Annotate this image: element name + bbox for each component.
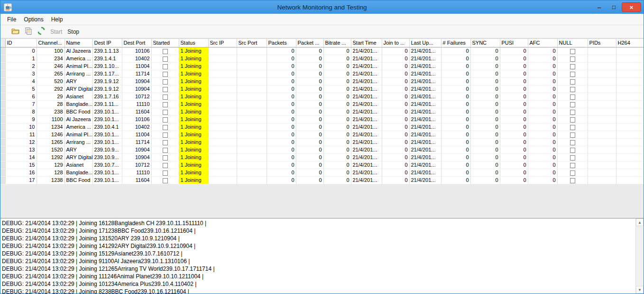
cell-dest-port[interactable]: 10402: [122, 55, 151, 63]
cell-null-flag[interactable]: [557, 101, 588, 108]
cell-h264[interactable]: [616, 101, 644, 108]
cell-sync[interactable]: 0: [470, 85, 500, 93]
cell-dest-port[interactable]: 11714: [122, 70, 151, 78]
cell-last-up[interactable]: 21/4/201...: [409, 131, 441, 139]
cell-channel[interactable]: 234: [37, 55, 64, 63]
started-checkbox[interactable]: [163, 102, 168, 107]
null-checkbox[interactable]: [570, 49, 575, 54]
cell-pids[interactable]: [588, 85, 616, 93]
cell-null-flag[interactable]: [557, 108, 588, 116]
cell-pusi[interactable]: 0: [500, 93, 528, 101]
started-checkbox[interactable]: [163, 178, 168, 183]
cell-pusi[interactable]: 0: [500, 123, 528, 131]
null-checkbox[interactable]: [570, 155, 575, 161]
cell-name[interactable]: Al Jazeera: [64, 47, 92, 55]
cell-started[interactable]: [151, 161, 179, 169]
column-header-name[interactable]: Name: [64, 39, 92, 47]
cell-join-to[interactable]: 0: [382, 169, 409, 177]
cell-pusi[interactable]: 0: [500, 47, 528, 55]
cell-start-time[interactable]: 21/4/201...: [351, 123, 382, 131]
menu-item-options[interactable]: Options: [20, 15, 47, 24]
cell-pids[interactable]: [588, 154, 616, 161]
cell-sync[interactable]: 0: [470, 123, 500, 131]
cell-bitrate[interactable]: 0: [323, 161, 351, 169]
cell-null-flag[interactable]: [557, 63, 588, 70]
cell-h264[interactable]: [616, 78, 644, 85]
close-button[interactable]: ×: [622, 2, 641, 12]
cell-join-to[interactable]: 0: [382, 101, 409, 108]
cell-src-port[interactable]: [237, 161, 267, 169]
cell-pids[interactable]: [588, 177, 616, 184]
cell-src-port[interactable]: [237, 154, 267, 161]
cell-sync[interactable]: 0: [470, 161, 500, 169]
cell-src-ip[interactable]: [208, 78, 237, 85]
cell-status[interactable]: 1 Joining: [179, 108, 208, 116]
cell-src-ip[interactable]: [208, 101, 237, 108]
cell-afc[interactable]: 0: [528, 177, 557, 184]
cell-bitrate[interactable]: 0: [323, 78, 351, 85]
cell-last-up[interactable]: 21/4/201...: [409, 78, 441, 85]
cell-last-up[interactable]: 21/4/201...: [409, 93, 441, 101]
cell-started[interactable]: [151, 47, 179, 55]
cell-src-port[interactable]: [237, 93, 267, 101]
minimize-button[interactable]: –: [592, 2, 606, 12]
column-header-null[interactable]: NULL: [557, 39, 588, 47]
cell-src-ip[interactable]: [208, 146, 237, 154]
cell-last-up[interactable]: 21/4/201...: [409, 47, 441, 55]
cell-last-up[interactable]: 21/4/201...: [409, 85, 441, 93]
column-header-last-up[interactable]: Last Up...: [409, 39, 441, 47]
cell-pids[interactable]: [588, 78, 616, 85]
cell-src-port[interactable]: [237, 85, 267, 93]
cell-src-ip[interactable]: [208, 108, 237, 116]
cell-channel[interactable]: 1265: [37, 139, 64, 146]
cell-packet-errors[interactable]: 0: [296, 93, 323, 101]
cell-name[interactable]: BBC Food: [64, 177, 92, 184]
cell-channel[interactable]: 100: [37, 47, 64, 55]
cell-channel[interactable]: 28: [37, 101, 64, 108]
null-checkbox[interactable]: [570, 148, 575, 153]
cell-channel[interactable]: 1292: [37, 154, 64, 161]
cell-h264[interactable]: [616, 146, 644, 154]
cell-join-to[interactable]: 0: [382, 78, 409, 85]
cell-name[interactable]: ARY: [64, 146, 92, 154]
cell-status[interactable]: 1 Joining: [179, 55, 208, 63]
cell-id[interactable]: 17: [5, 177, 37, 184]
cell-failures[interactable]: 0: [441, 47, 470, 55]
cell-h264[interactable]: [616, 63, 644, 70]
started-checkbox[interactable]: [163, 117, 168, 123]
cell-failures[interactable]: 0: [441, 154, 470, 161]
cell-packets[interactable]: 0: [267, 93, 296, 101]
cell-null-flag[interactable]: [557, 131, 588, 139]
cell-id[interactable]: 2: [5, 63, 37, 70]
started-checkbox[interactable]: [163, 155, 168, 161]
cell-pids[interactable]: [588, 161, 616, 169]
cell-channel[interactable]: 29: [37, 93, 64, 101]
cell-start-time[interactable]: 21/4/201...: [351, 70, 382, 78]
cell-status[interactable]: 1 Joining: [179, 161, 208, 169]
cell-packet-errors[interactable]: 0: [296, 47, 323, 55]
started-checkbox[interactable]: [163, 57, 168, 62]
table-row[interactable]: 0100Al Jazeera239.1.1.13101061 Joining00…: [0, 47, 644, 55]
cell-pids[interactable]: [588, 47, 616, 55]
cell-pusi[interactable]: 0: [500, 139, 528, 146]
title-bar[interactable]: Network Monitoring and Testing – □ ×: [0, 0, 644, 14]
cell-failures[interactable]: 0: [441, 55, 470, 63]
cell-null-flag[interactable]: [557, 93, 588, 101]
table-row[interactable]: 2246Animal Pl...239.1.10...110041 Joinin…: [0, 63, 644, 70]
cell-start-time[interactable]: 21/4/201...: [351, 78, 382, 85]
table-row[interactable]: 131520ARY239.10.9...109041 Joining00021/…: [0, 146, 644, 154]
cell-dest-port[interactable]: 10904: [122, 154, 151, 161]
null-checkbox[interactable]: [570, 125, 575, 130]
cell-status[interactable]: 1 Joining: [179, 78, 208, 85]
cell-packets[interactable]: 0: [267, 131, 296, 139]
cell-sync[interactable]: 0: [470, 116, 500, 123]
cell-pusi[interactable]: 0: [500, 85, 528, 93]
cell-channel[interactable]: 128: [37, 169, 64, 177]
cell-src-ip[interactable]: [208, 55, 237, 63]
cell-id[interactable]: 7: [5, 101, 37, 108]
cell-status[interactable]: 1 Joining: [179, 177, 208, 184]
cell-null-flag[interactable]: [557, 169, 588, 177]
cell-name[interactable]: America ...: [64, 55, 92, 63]
cell-id[interactable]: 0: [5, 47, 37, 55]
cell-bitrate[interactable]: 0: [323, 116, 351, 123]
